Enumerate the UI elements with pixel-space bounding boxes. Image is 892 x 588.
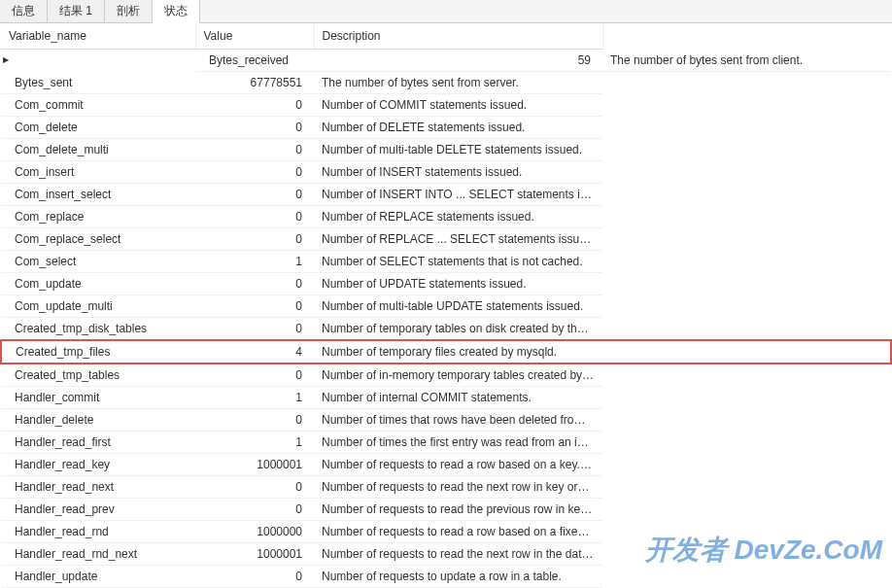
- table-row[interactable]: Com_update_multi0Number of multi-table U…: [1, 295, 891, 318]
- tab-result1[interactable]: 结果 1: [48, 0, 105, 22]
- cell-value: 0: [195, 94, 314, 117]
- cell-description: Number of temporary files created by mys…: [314, 340, 602, 363]
- col-value[interactable]: Value: [195, 23, 314, 50]
- cell-value: 67778551: [195, 72, 314, 94]
- table-row[interactable]: Handler_read_key1000001Number of request…: [1, 454, 891, 476]
- cell-variable-name: Com_select: [1, 251, 195, 273]
- cell-description: Number of DELETE statements issued.: [314, 117, 602, 139]
- table-row[interactable]: Created_tmp_disk_tables0Number of tempor…: [1, 318, 891, 341]
- cell-value: 0: [195, 476, 314, 499]
- cell-value: 0: [195, 161, 314, 184]
- cell-variable-name: Com_insert: [1, 161, 195, 184]
- cell-value: 0: [195, 363, 314, 387]
- table-row[interactable]: Com_replace_select0Number of REPLACE ...…: [1, 228, 891, 251]
- cell-description: The number of bytes sent from client.: [602, 50, 891, 72]
- tab-info[interactable]: 信息: [0, 0, 48, 22]
- cell-variable-name: Handler_read_rnd_next: [1, 543, 195, 566]
- tab-profile[interactable]: 剖析: [105, 0, 153, 22]
- status-table: Variable_name Value Description Bytes_re…: [0, 23, 892, 588]
- cell-description: Number of requests to read the next row …: [314, 543, 602, 566]
- cell-value: 1: [195, 432, 314, 454]
- cell-description: Number of SELECT statements that is not …: [314, 251, 602, 273]
- cell-variable-name: Handler_update: [1, 566, 195, 588]
- cell-variable-name: Com_delete: [1, 117, 195, 139]
- table-row[interactable]: Handler_commit1Number of internal COMMIT…: [1, 387, 891, 409]
- cell-variable-name: Bytes_sent: [1, 72, 195, 94]
- cell-description: Number of COMMIT statements issued.: [314, 94, 602, 117]
- cell-variable-name: Handler_commit: [1, 387, 195, 409]
- cell-description: Number of requests to read the previous …: [314, 499, 602, 521]
- table-row[interactable]: Com_commit0Number of COMMIT statements i…: [1, 94, 891, 117]
- cell-description: Number of times the first entry was read…: [314, 432, 602, 454]
- cell-value: 0: [195, 273, 314, 295]
- col-description[interactable]: Description: [314, 23, 602, 50]
- cell-value: 0: [195, 409, 314, 432]
- cell-description: Number of UPDATE statements issued.: [314, 273, 602, 295]
- cell-variable-name: Com_update: [1, 273, 195, 295]
- cell-description: Number of requests to read a row based o…: [314, 454, 602, 476]
- cell-variable-name: Com_insert_select: [1, 184, 195, 206]
- table-row[interactable]: Handler_read_prev0Number of requests to …: [1, 499, 891, 521]
- cell-value: 4: [195, 340, 314, 363]
- cell-variable-name: Com_delete_multi: [1, 139, 195, 161]
- cell-variable-name: Handler_read_next: [1, 476, 195, 499]
- table-row[interactable]: Bytes_sent67778551The number of bytes se…: [1, 72, 891, 94]
- cell-value: 0: [195, 184, 314, 206]
- col-variable-name[interactable]: Variable_name: [1, 23, 195, 50]
- cell-variable-name: Handler_read_prev: [1, 499, 195, 521]
- cell-value: 0: [195, 318, 314, 341]
- cell-description: Number of REPLACE statements issued.: [314, 206, 602, 228]
- cell-description: Number of requests to read the next row …: [314, 476, 602, 499]
- tab-status[interactable]: 状态: [153, 0, 200, 23]
- cell-variable-name: Created_tmp_tables: [1, 363, 195, 387]
- table-row[interactable]: Created_tmp_tables0Number of in-memory t…: [1, 363, 891, 387]
- cell-description: Number of times that rows have been dele…: [314, 409, 602, 432]
- cell-value: 1000001: [195, 543, 314, 566]
- cell-description: Number of multi-table UPDATE statements …: [314, 295, 602, 318]
- cell-value: 1000001: [195, 454, 314, 476]
- cell-value: 0: [195, 117, 314, 139]
- tab-bar: 信息 结果 1 剖析 状态: [0, 0, 892, 23]
- cell-value: 59: [314, 50, 602, 72]
- cell-variable-name: Handler_read_key: [1, 454, 195, 476]
- cell-description: Number of REPLACE ... SELECT statements …: [314, 228, 602, 251]
- table-row[interactable]: Bytes_received59The number of bytes sent…: [1, 50, 891, 72]
- cell-variable-name: Created_tmp_files: [1, 340, 195, 363]
- cell-description: Number of internal COMMIT statements.: [314, 387, 602, 409]
- cell-value: 0: [195, 295, 314, 318]
- table-header-row: Variable_name Value Description: [1, 23, 891, 50]
- cell-value: 0: [195, 139, 314, 161]
- table-row[interactable]: Handler_read_next0Number of requests to …: [1, 476, 891, 499]
- cell-value: 1000000: [195, 521, 314, 543]
- cell-description: Number of INSERT INTO ... SELECT stateme…: [314, 184, 602, 206]
- cell-variable-name: Com_commit: [1, 94, 195, 117]
- cell-description: Number of multi-table DELETE statements …: [314, 139, 602, 161]
- table-row[interactable]: Handler_delete0Number of times that rows…: [1, 409, 891, 432]
- cell-variable-name: Handler_delete: [1, 409, 195, 432]
- table-row[interactable]: Handler_read_first1Number of times the f…: [1, 432, 891, 454]
- cell-value: 0: [195, 499, 314, 521]
- table-row[interactable]: Com_update0Number of UPDATE statements i…: [1, 273, 891, 295]
- cell-value: 0: [195, 566, 314, 588]
- table-row[interactable]: Com_replace0Number of REPLACE statements…: [1, 206, 891, 228]
- cell-description: The number of bytes sent from server.: [314, 72, 602, 94]
- cell-variable-name: Com_update_multi: [1, 295, 195, 318]
- cell-description: Number of in-memory temporary tables cre…: [314, 363, 602, 387]
- cell-value: 0: [195, 228, 314, 251]
- table-row[interactable]: Handler_update0Number of requests to upd…: [1, 566, 891, 588]
- table-row[interactable]: Com_delete_multi0Number of multi-table D…: [1, 139, 891, 161]
- cell-value: 1: [195, 251, 314, 273]
- table-row[interactable]: Com_select1Number of SELECT statements t…: [1, 251, 891, 273]
- table-row[interactable]: Com_insert_select0Number of INSERT INTO …: [1, 184, 891, 206]
- cell-description: Number of requests to update a row in a …: [314, 566, 602, 588]
- table-row[interactable]: Created_tmp_files4Number of temporary fi…: [1, 340, 891, 363]
- cell-description: Number of requests to read a row based o…: [314, 521, 602, 543]
- table-row[interactable]: Handler_read_rnd1000000Number of request…: [1, 521, 891, 543]
- cell-variable-name: Com_replace_select: [1, 228, 195, 251]
- table-row[interactable]: Handler_read_rnd_next1000001Number of re…: [1, 543, 891, 566]
- table-row[interactable]: Com_insert0Number of INSERT statements i…: [1, 161, 891, 184]
- table-row[interactable]: Com_delete0Number of DELETE statements i…: [1, 117, 891, 139]
- cell-variable-name: Handler_read_first: [1, 432, 195, 454]
- status-table-container[interactable]: Variable_name Value Description Bytes_re…: [0, 23, 892, 588]
- cell-variable-name: Handler_read_rnd: [1, 521, 195, 543]
